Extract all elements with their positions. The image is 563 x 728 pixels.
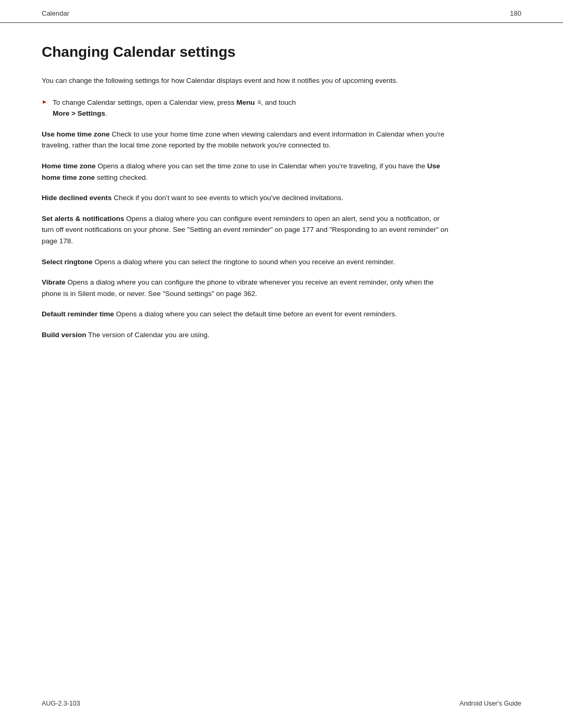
setting-desc-vibrate: Opens a dialog where you can configure t… <box>42 278 434 298</box>
setting-term-home-time-zone: Home time zone <box>42 162 96 170</box>
header-bar: Calendar 180 <box>0 0 563 23</box>
setting-desc-select-ringtone: Opens a dialog where you can select the … <box>94 258 395 266</box>
setting-desc-home-time-zone: Opens a dialog where you can set the tim… <box>97 162 427 170</box>
bullet-instruction: ► To change Calendar settings, open a Ca… <box>42 97 448 119</box>
setting-term-alerts-notifications: Set alerts & notifications <box>42 215 124 223</box>
setting-desc-hide-declined: Check if you don't want to see events to… <box>114 194 343 202</box>
footer-bar: AUG-2.3-103 Android User's Guide <box>0 700 563 707</box>
setting-select-ringtone: Select ringtone Opens a dialog where you… <box>42 256 448 268</box>
footer-guide-title: Android User's Guide <box>460 700 521 707</box>
content-area: Changing Calendar settings You can chang… <box>0 23 563 381</box>
setting-term-default-reminder-time: Default reminder time <box>42 310 114 318</box>
more-settings-bold: More > Settings <box>53 109 105 117</box>
setting-term-hide-declined: Hide declined events <box>42 194 112 202</box>
setting-hide-declined: Hide declined events Check if you don't … <box>42 192 448 204</box>
page-title: Changing Calendar settings <box>42 44 521 60</box>
setting-alerts-notifications: Set alerts & notifications Opens a dialo… <box>42 213 448 247</box>
setting-desc-build-version: The version of Calendar you are using. <box>88 331 210 339</box>
menu-icon: ≡ <box>258 97 261 107</box>
footer-doc-id: AUG-2.3-103 <box>42 700 80 707</box>
setting-use-home-time-zone: Use home time zone Check to use your hom… <box>42 129 448 151</box>
setting-term-build-version: Build version <box>42 331 87 339</box>
setting-home-time-zone: Home time zone Opens a dialog where you … <box>42 161 448 183</box>
setting-desc-default-reminder-time: Opens a dialog where you can select the … <box>116 310 397 318</box>
setting-desc2-home-time-zone: setting checked. <box>95 174 148 181</box>
bullet-instruction-text: To change Calendar settings, open a Cale… <box>53 97 296 119</box>
setting-default-reminder-time: Default reminder time Opens a dialog whe… <box>42 309 448 320</box>
setting-term-use-home-time-zone: Use home time zone <box>42 130 110 138</box>
setting-term-vibrate: Vibrate <box>42 278 66 286</box>
menu-bold: Menu <box>237 98 255 106</box>
setting-term-select-ringtone: Select ringtone <box>42 258 93 266</box>
header-page-number: 180 <box>510 9 521 17</box>
page-container: Calendar 180 Changing Calendar settings … <box>0 0 563 728</box>
setting-build-version: Build version The version of Calendar yo… <box>42 329 448 341</box>
intro-paragraph: You can change the following settings fo… <box>42 75 448 87</box>
bullet-triangle-icon: ► <box>42 98 47 105</box>
header-section-label: Calendar <box>42 9 69 17</box>
setting-vibrate: Vibrate Opens a dialog where you can con… <box>42 277 448 299</box>
